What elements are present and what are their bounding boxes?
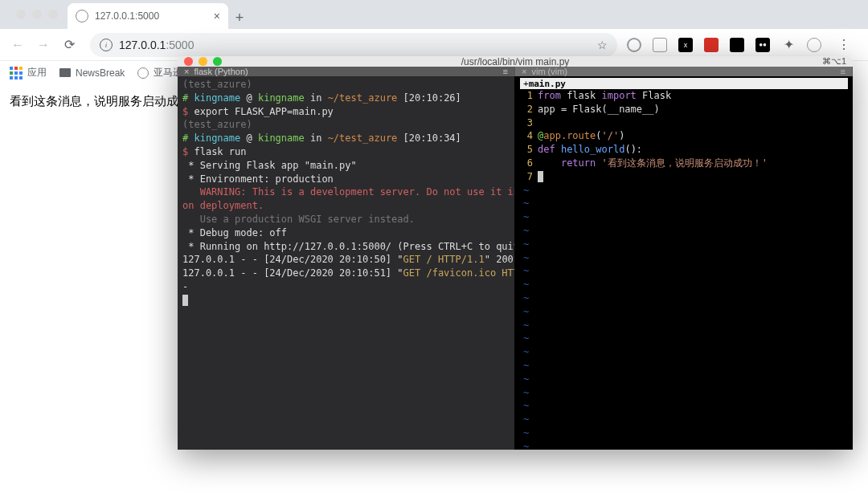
terminal-body: (test_azure)# kingname @ kingname in ~/t… <box>178 76 853 450</box>
shell-line: # kingname @ kingname in ~/test_azure [2… <box>182 132 510 145</box>
shell-line: on deployment. <box>182 199 510 213</box>
vim-empty-line: ~ <box>523 197 845 210</box>
browser-chrome: 127.0.0.1:5000 × + ← → ⟳ i 127.0.0.1:500… <box>0 0 868 60</box>
close-icon[interactable] <box>184 57 193 66</box>
vim-empty-line: ~ <box>523 291 845 305</box>
zoom-icon[interactable] <box>213 57 222 66</box>
code-line: 1from flask import Flask <box>523 89 845 103</box>
vim-empty-line: ~ <box>523 238 845 251</box>
vim-empty-line: ~ <box>523 251 845 265</box>
terminal-window[interactable]: /usr/local/bin/vim main.py ⌘⌥1 × flask (… <box>178 56 853 450</box>
url-host: 127.0.0.1 <box>119 39 166 51</box>
shell-line: (test_azure) <box>182 78 510 92</box>
extension-icon[interactable] <box>704 38 719 52</box>
tab-title: 127.0.0.1:5000 <box>95 10 159 22</box>
shell-line: * Debug mode: off <box>182 226 510 240</box>
apps-label: 应用 <box>27 66 47 79</box>
shell-line: # kingname @ kingname in ~/test_azure [2… <box>182 92 510 105</box>
terminal-titlebar[interactable]: /usr/local/bin/vim main.py ⌘⌥1 <box>178 56 853 67</box>
url-port: :5000 <box>166 39 194 51</box>
address-bar[interactable]: i 127.0.0.1:5000 ☆ <box>90 33 617 57</box>
code-line: 5def hello_world(): <box>523 143 845 157</box>
tab-close-icon[interactable]: × <box>184 67 189 76</box>
forward-button[interactable]: → <box>32 34 55 56</box>
vim-empty-line: ~ <box>523 359 845 373</box>
terminal-tabs: × flask (Python) ≡ × vim (vim) ≡ <box>178 67 853 76</box>
vim-empty-line: ~ <box>523 224 845 238</box>
vim-editor[interactable]: 1from flask import Flask2app = Flask(__n… <box>520 89 848 450</box>
shell-line: 127.0.0.1 - - [24/Dec/2020 20:10:50] "GE… <box>182 253 510 267</box>
extension-icon[interactable] <box>730 38 744 52</box>
extension-icon[interactable]: x <box>678 38 693 52</box>
shell-cursor <box>182 294 510 308</box>
shell-line: Use a production WSGI server instead. <box>182 213 510 226</box>
vim-empty-line: ~ <box>523 319 845 332</box>
extension-icon[interactable] <box>627 38 641 52</box>
vim-empty-line: ~ <box>523 413 845 426</box>
window-zoom-icon[interactable] <box>48 10 58 19</box>
tab-close-icon[interactable]: × <box>522 67 526 76</box>
apps-shortcut[interactable]: 应用 <box>10 66 47 79</box>
shell-line: $ export FLASK_APP=main.py <box>182 105 510 119</box>
window-minimize-icon[interactable] <box>32 10 42 19</box>
shell-line: (test_azure) <box>182 118 510 132</box>
code-line: 2app = Flask(__name__) <box>523 103 845 116</box>
vim-empty-line: ~ <box>523 184 845 198</box>
code-line: 7 <box>523 170 845 184</box>
vim-empty-line: ~ <box>523 399 845 413</box>
bookmark-star-icon[interactable]: ☆ <box>597 39 608 51</box>
shell-line: WARNING: This is a development server. D… <box>182 185 510 199</box>
vim-tab-marker: + <box>523 78 529 89</box>
vim-empty-line: ~ <box>523 264 845 278</box>
back-button[interactable]: ← <box>6 34 29 56</box>
minimize-icon[interactable] <box>199 57 207 66</box>
site-info-icon[interactable]: i <box>100 39 113 51</box>
apps-grid-icon <box>10 67 23 79</box>
shell-line: $ flask run <box>182 145 510 159</box>
vim-empty-line: ~ <box>523 345 845 359</box>
globe-icon <box>76 10 88 22</box>
vim-empty-line: ~ <box>523 373 845 386</box>
terminal-traffic-lights[interactable] <box>184 57 222 66</box>
terminal-tab-flask[interactable]: × flask (Python) ≡ <box>178 67 515 76</box>
terminal-tab-vim[interactable]: × vim (vim) ≡ <box>515 67 853 76</box>
vim-empty-line: ~ <box>523 332 845 345</box>
bookmark-item[interactable]: NewsBreak <box>59 67 125 79</box>
extensions-puzzle-icon[interactable]: ✦ <box>781 38 796 52</box>
extension-icon[interactable]: ●● <box>755 38 770 52</box>
folder-icon <box>59 68 71 77</box>
shell-line: * Environment: production <box>182 173 510 186</box>
globe-icon <box>137 67 149 79</box>
window-close-icon[interactable] <box>16 10 26 19</box>
vim-empty-line: ~ <box>523 426 845 440</box>
shell-line: * Running on http://127.0.0.1:5000/ (Pre… <box>182 240 510 254</box>
code-line: 3 <box>523 116 845 130</box>
shell-pane[interactable]: (test_azure)# kingname @ kingname in ~/t… <box>178 76 515 450</box>
tab-label: vim (vim) <box>531 67 567 76</box>
reload-button[interactable]: ⟳ <box>58 34 80 56</box>
code-line: 6 return '看到这条消息，说明服务启动成功！' <box>523 157 845 170</box>
terminal-shortcut: ⌘⌥1 <box>822 56 846 67</box>
menu-icon[interactable]: ⋮ <box>833 34 855 56</box>
terminal-title: /usr/local/bin/vim main.py <box>461 56 570 67</box>
vim-empty-line: ~ <box>523 440 845 450</box>
hamburger-icon[interactable]: ≡ <box>503 67 508 76</box>
vim-empty-line: ~ <box>523 210 845 224</box>
window-traffic-lights[interactable] <box>6 0 68 29</box>
tab-label: flask (Python) <box>194 67 248 76</box>
extension-icons: x ●● ✦ ⋮ <box>627 34 862 56</box>
vim-filename: main.py <box>529 78 566 89</box>
browser-tab[interactable]: 127.0.0.1:5000 × <box>68 3 228 29</box>
tab-strip: 127.0.0.1:5000 × + <box>0 0 868 29</box>
extension-icon[interactable] <box>653 38 667 52</box>
tab-close-icon[interactable]: × <box>214 10 220 22</box>
vim-empty-line: ~ <box>523 278 845 291</box>
hamburger-icon[interactable]: ≡ <box>841 67 845 76</box>
vim-pane[interactable]: + main.py 1from flask import Flask2app =… <box>515 76 853 450</box>
profile-icon[interactable] <box>807 38 821 52</box>
page-text: 看到这条消息，说明服务启动成功！ <box>10 94 203 108</box>
new-tab-button[interactable]: + <box>228 6 251 29</box>
bookmark-label: NewsBreak <box>76 67 125 79</box>
vim-tab-bar: + main.py <box>520 78 848 89</box>
shell-line: - <box>182 280 510 294</box>
